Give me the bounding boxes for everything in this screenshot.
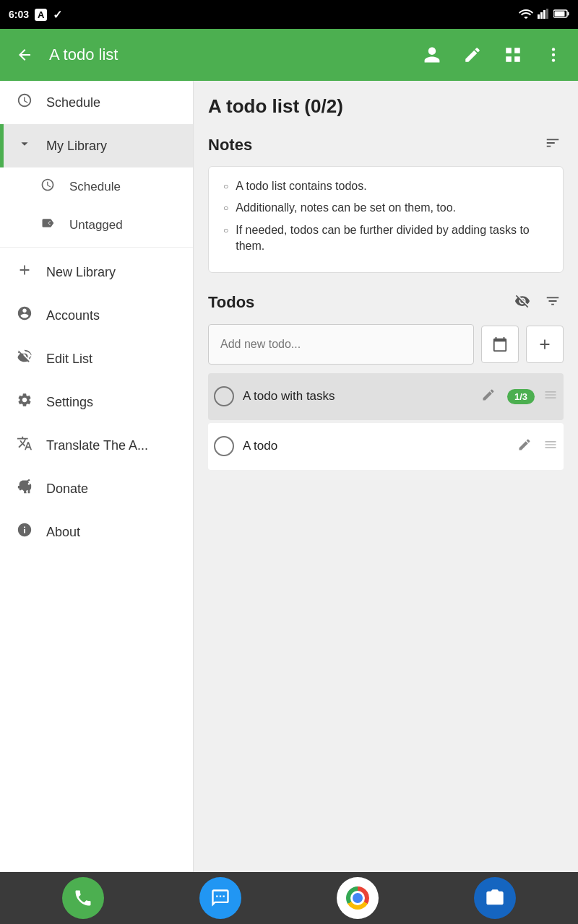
svg-point-9 [552,58,555,61]
content-area: A todo list (0/2) Notes A todo list cont… [194,81,578,872]
account-circle-icon [14,305,35,326]
a-icon: A [35,9,47,21]
bottom-nav [0,872,578,924]
notes-section-header: Notes [208,132,564,157]
note-item-1: A todo list contains todos. [223,178,548,194]
todo-item-2[interactable]: A todo [208,423,564,470]
status-bar-left: 6:03 A ✓ [9,8,62,22]
piggy-bank-icon [14,479,35,499]
svg-rect-6 [555,12,565,17]
more-icon[interactable] [540,42,566,68]
add-todo-row [208,324,564,365]
sidebar-label-schedule-top: Schedule [46,95,100,110]
todo-edit-icon-2[interactable] [514,435,535,458]
clock-sub-icon [38,178,58,196]
svg-rect-2 [543,10,545,19]
svg-rect-1 [540,12,543,19]
eye-off-icon [14,349,35,369]
top-bar-icons [419,42,566,68]
notes-title: Notes [208,136,252,154]
sidebar-item-accounts[interactable]: Accounts [0,294,193,337]
time-display: 6:03 [9,9,29,20]
status-bar: 6:03 A ✓ [0,0,578,29]
active-indicator [0,124,4,167]
todo-drag-icon-1 [543,388,558,406]
sidebar-item-edit-list[interactable]: Edit List [0,337,193,380]
sidebar-item-schedule-sub[interactable]: Schedule [0,167,193,206]
gear-icon [14,392,35,412]
svg-point-7 [552,48,555,51]
todo-edit-icon-1[interactable] [478,385,499,409]
clock-icon [14,92,35,113]
page-title: A todo list [49,45,407,64]
account-icon[interactable] [419,42,445,68]
todos-section-header: Todos [208,290,564,315]
camera-button[interactable] [474,877,516,919]
divider-1 [0,247,193,248]
sidebar-label-donate: Donate [46,481,88,497]
chrome-icon [346,886,369,910]
notes-card: A todo list contains todos. Additionally… [208,166,564,273]
sidebar-label-new-library: New Library [46,265,116,280]
sidebar-label-translate: Translate The A... [46,438,148,453]
todos-header-buttons [512,290,564,315]
todo-item-1[interactable]: A todo with tasks 1/3 [208,373,564,420]
todo-label-2: A todo [243,439,506,453]
todos-title: Todos [208,293,254,312]
message-button[interactable] [199,877,241,919]
sidebar-item-schedule-top[interactable]: Schedule [0,81,193,124]
status-bar-right [519,9,569,21]
add-button[interactable] [526,326,564,363]
svg-point-8 [552,53,555,56]
sidebar-item-untagged[interactable]: Untagged [0,206,193,244]
sidebar-label-my-library: My Library [46,139,107,154]
sidebar-item-about[interactable]: About [0,510,193,554]
wifi-icon [519,9,533,21]
todo-checkbox-1[interactable] [214,386,234,406]
signal-icon [538,9,549,21]
sidebar-item-donate[interactable]: Donate [0,467,193,510]
todo-label-1: A todo with tasks [243,389,470,404]
sidebar-label-untagged: Untagged [69,218,123,232]
sidebar: Schedule My Library Schedule Untagged [0,81,194,872]
sidebar-label-schedule-sub: Schedule [69,180,121,194]
svg-rect-5 [568,12,569,16]
sidebar-label-edit-list: Edit List [46,352,92,367]
sidebar-item-new-library[interactable]: New Library [0,250,193,294]
notes-sort-button[interactable] [542,132,564,157]
tag-off-icon [38,216,58,234]
todo-drag-icon-2 [543,437,558,456]
todos-hide-button[interactable] [512,290,533,315]
sidebar-item-settings[interactable]: Settings [0,380,193,424]
battery-icon [553,9,569,20]
svg-rect-3 [546,9,548,19]
calendar-button[interactable] [481,326,519,363]
content-title: A todo list (0/2) [208,95,564,118]
phone-button[interactable] [62,877,104,919]
sidebar-label-accounts: Accounts [46,308,100,323]
note-item-2: Additionally, notes can be set on them, … [223,200,548,216]
todo-checkbox-2[interactable] [214,436,234,456]
add-todo-input[interactable] [208,324,474,365]
translate-icon [14,435,35,456]
chevron-down-icon [14,136,35,156]
svg-rect-0 [538,14,540,19]
grid-icon[interactable] [500,42,526,68]
sidebar-item-translate[interactable]: Translate The A... [0,424,193,467]
check-badge-icon: ✓ [53,8,62,22]
back-button[interactable] [12,42,38,68]
sidebar-label-settings: Settings [46,395,93,410]
sidebar-label-about: About [46,525,80,540]
todos-filter-button[interactable] [542,290,564,315]
note-item-3: If needed, todos can be further divided … [223,222,548,255]
main-layout: Schedule My Library Schedule Untagged [0,81,578,872]
sidebar-item-my-library[interactable]: My Library [0,124,193,167]
todo-badge-1: 1/3 [507,389,535,404]
edit-icon[interactable] [460,42,486,68]
notes-list: A todo list contains todos. Additionally… [223,178,548,255]
plus-icon [14,262,35,282]
info-icon [14,522,35,542]
chrome-button[interactable] [337,877,379,919]
top-bar: A todo list [0,29,578,81]
